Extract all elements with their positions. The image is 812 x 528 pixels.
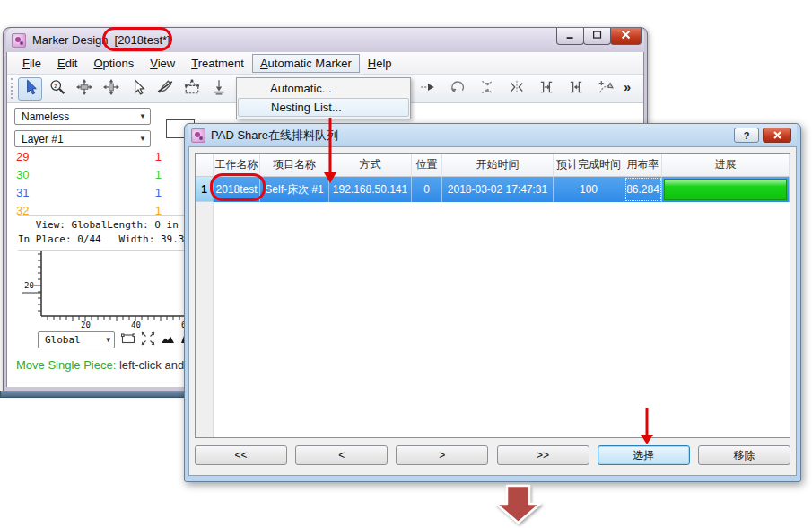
pointer-icon <box>130 79 146 99</box>
menu-help[interactable]: Help <box>360 54 400 73</box>
column-header-[interactable]: 用布率 <box>624 154 662 177</box>
toolbar-overflow-chevron[interactable]: » <box>624 80 631 94</box>
step-piece-icon <box>420 79 436 99</box>
cell-est-finish-time[interactable]: 100 <box>554 177 624 202</box>
marker-name-combo[interactable]: Nameless ▼ <box>14 108 151 125</box>
cell-job-name[interactable]: 2018test <box>214 177 260 202</box>
move-piece-wide-button[interactable] <box>72 77 96 101</box>
cell-start-time[interactable]: 2018-03-02 17:47:31 <box>442 177 554 202</box>
size-row[interactable]: 301 <box>16 168 162 181</box>
layer-combo[interactable]: Layer #1 ▼ <box>14 130 151 147</box>
marquee-piece-icon <box>184 79 200 99</box>
cell-method[interactable]: 192.168.50.141 <box>329 177 412 202</box>
info-line-inplace: In Place: 0/44 Width: 39.37 <box>18 233 193 247</box>
cell-progress[interactable] <box>662 177 790 202</box>
no-draw-pen-button[interactable] <box>153 77 177 101</box>
marker-ruler-canvas[interactable]: 20 20 40 60 <box>14 250 194 329</box>
dialog-help-button[interactable]: ? <box>734 128 759 143</box>
info-line-view: View: GlobalLength: 0 in <box>18 218 193 233</box>
rotate-free-button[interactable] <box>593 77 617 101</box>
drop-piece-icon <box>211 79 227 99</box>
remove-button[interactable]: 移除 <box>698 445 790 465</box>
size-row[interactable]: 291 <box>16 150 162 163</box>
column-header-[interactable]: 项目名称 <box>260 154 329 177</box>
app-icon <box>12 33 26 48</box>
queue-table: 工作名称项目名称方式位置开始时间预计完成时间用布率进展12018testSelf… <box>196 154 790 202</box>
select-cursor-button[interactable] <box>18 77 42 101</box>
menu-view[interactable]: View <box>142 54 183 73</box>
dialog-app-icon <box>191 128 205 143</box>
next-page-button[interactable]: > <box>396 445 488 465</box>
bracket-left-button[interactable] <box>563 77 588 101</box>
cell-fabric-rate[interactable]: 86.284 <box>624 177 662 202</box>
move-piece-narrow-button[interactable] <box>99 77 123 101</box>
no-draw-pen-icon <box>157 79 173 99</box>
column-header-[interactable]: 进展 <box>662 154 790 177</box>
zoom-extents-button[interactable] <box>140 332 156 348</box>
toolbar-right-group <box>415 77 617 101</box>
window-maximize-button[interactable] <box>583 28 611 45</box>
size-label: 30 <box>16 168 29 181</box>
size-row[interactable]: 311 <box>16 186 162 199</box>
zoom-z-button[interactable]: z <box>45 77 69 101</box>
bracket-right-button[interactable] <box>534 77 558 101</box>
window-minimize-button[interactable] <box>556 28 584 45</box>
progress-bar <box>664 179 787 200</box>
mountain-small-icon <box>161 331 175 349</box>
column-header-[interactable]: 预计完成时间 <box>554 154 624 177</box>
pointer-button[interactable] <box>126 77 150 101</box>
rotate-undo-button[interactable] <box>445 77 469 101</box>
marquee-piece-button[interactable] <box>179 77 204 101</box>
rotate-free-icon <box>598 79 614 99</box>
menu-item-automatic[interactable]: Automatic... <box>238 79 409 98</box>
window-close-button[interactable] <box>610 28 642 45</box>
move-piece-wide-icon <box>76 79 92 99</box>
column-header-[interactable]: 方式 <box>329 154 412 177</box>
frame-select-button[interactable] <box>120 332 136 348</box>
compress-horizontal-button[interactable] <box>504 77 528 101</box>
zoom-extents-icon <box>141 331 155 349</box>
annotation-big-arrow-down <box>496 486 540 523</box>
menu-options[interactable]: Options <box>85 54 142 73</box>
column-header-[interactable]: 位置 <box>412 154 442 177</box>
table-corner-cell <box>196 154 214 177</box>
mountain-small-button[interactable] <box>160 332 176 348</box>
select-cursor-icon <box>22 79 39 99</box>
dialog-client-area: 工作名称项目名称方式位置开始时间预计完成时间用布率进展12018testSelf… <box>188 146 797 476</box>
step-piece-button[interactable] <box>415 77 440 101</box>
chevron-down-icon: ▼ <box>106 336 110 344</box>
prev-page-button[interactable]: < <box>295 445 388 465</box>
status-mode-label: Move Single Piece: <box>16 358 116 372</box>
ruler-x-label: 40 <box>131 321 141 329</box>
automatic-marker-menu: Automatic...Nesting List... <box>236 77 411 119</box>
dialog-title-bar[interactable]: PAD Share在线排料队列 <box>188 124 797 146</box>
menu-item-nesting-list[interactable]: Nesting List... <box>238 98 409 117</box>
compress-vertical-button[interactable] <box>475 77 499 101</box>
dialog-close-button[interactable] <box>763 128 791 143</box>
column-header-[interactable]: 工作名称 <box>214 154 260 177</box>
rotate-undo-icon <box>450 79 466 99</box>
status-hint: left-click and <box>116 358 184 372</box>
dialog-button-row: <<<>>>选择移除 <box>195 445 790 465</box>
maximize-icon <box>591 29 604 44</box>
menu-file[interactable]: File <box>14 54 49 73</box>
last-page-button[interactable]: >> <box>497 445 589 465</box>
chevron-down-icon: ▼ <box>139 135 146 143</box>
cell-project-name[interactable]: Self-床次 #1 <box>260 177 329 202</box>
title-bar[interactable]: Marker Design [2018test*] <box>6 28 644 52</box>
row-header-rail <box>196 177 214 437</box>
svg-text:z: z <box>54 81 57 89</box>
menu-treatment[interactable]: Treatment <box>183 54 252 73</box>
chevron-down-icon: ▼ <box>139 112 146 120</box>
menu-edit[interactable]: Edit <box>49 54 85 73</box>
cell-position[interactable]: 0 <box>412 177 442 202</box>
first-page-button[interactable]: << <box>195 445 287 465</box>
select-button[interactable]: 选择 <box>598 445 690 465</box>
menu-automatic-marker[interactable]: Automatic Marker <box>252 54 360 73</box>
column-header-[interactable]: 开始时间 <box>442 154 554 177</box>
status-line: Move Single Piece: left-click and <box>16 358 184 372</box>
row-number-cell[interactable]: 1 <box>196 177 214 202</box>
pad-share-dialog: PAD Share在线排料队列 ? 工作名称项目名称方式位置开始时间预计完成时间… <box>184 123 801 482</box>
view-scope-combo[interactable]: Global ▼ <box>38 331 115 348</box>
drop-piece-button[interactable] <box>206 77 231 101</box>
